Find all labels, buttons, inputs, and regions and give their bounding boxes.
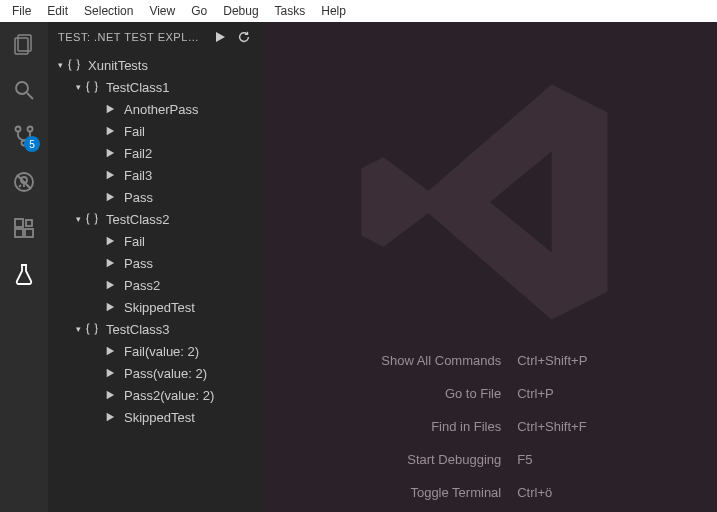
svg-line-12 [27,185,29,187]
svg-marker-23 [107,237,115,245]
tree-node-label: Fail(value: 2) [124,344,199,359]
namespace-icon [84,80,100,94]
svg-marker-20 [107,149,115,157]
tree-class[interactable]: ▾TestClass1 [48,76,263,98]
sidebar-header: TEST: .NET TEST EXPLO… [48,22,263,52]
tree-node-label: Fail2 [124,146,152,161]
extensions-icon[interactable] [10,214,38,242]
tree-test[interactable]: Pass2 [48,274,263,296]
scm-badge: 5 [24,136,40,152]
tree-test[interactable]: Fail [48,230,263,252]
svg-point-4 [16,127,21,132]
tree-test[interactable]: SkippedTest [48,406,263,428]
play-icon [102,148,118,158]
cmd-label: Find in Files [263,419,517,434]
vscode-watermark-icon [350,62,630,345]
tree-node-label: TestClass1 [106,80,170,95]
tree-test[interactable]: Pass [48,186,263,208]
cmd-key: F5 [517,452,717,467]
svg-line-3 [27,93,33,99]
menu-go[interactable]: Go [183,2,215,20]
source-control-icon[interactable]: 5 [10,122,38,150]
svg-point-5 [28,127,33,132]
svg-marker-30 [107,413,115,421]
tree-suite[interactable]: ▾XunitTests [48,54,263,76]
cmd-label: Go to File [263,386,517,401]
menubar: File Edit Selection View Go Debug Tasks … [0,0,717,22]
cmd-row: Go to File Ctrl+P [263,386,717,401]
svg-marker-28 [107,369,115,377]
tree-test[interactable]: SkippedTest [48,296,263,318]
tree-class[interactable]: ▾TestClass2 [48,208,263,230]
menu-help[interactable]: Help [313,2,354,20]
tree-node-label: Pass [124,256,153,271]
svg-marker-27 [107,347,115,355]
cmd-key: Ctrl+Shift+F [517,419,717,434]
tree-test[interactable]: AnotherPass [48,98,263,120]
editor-area: Show All Commands Ctrl+Shift+P Go to Fil… [263,22,717,512]
refresh-icon[interactable] [235,28,253,46]
main-area: 5 TEST: .NET TEST EXPLO… ▾XunitTests▾Tes… [0,22,717,512]
run-all-icon[interactable] [211,28,229,46]
test-explorer-icon[interactable] [10,260,38,288]
menu-view[interactable]: View [141,2,183,20]
tree-node-label: Pass2(value: 2) [124,388,214,403]
tree-test[interactable]: Pass [48,252,263,274]
tree-node-label: SkippedTest [124,410,195,425]
svg-marker-17 [216,32,225,42]
svg-marker-24 [107,259,115,267]
explorer-icon[interactable] [10,30,38,58]
play-icon [102,104,118,114]
cmd-row: Find in Files Ctrl+Shift+F [263,419,717,434]
tree-test[interactable]: Pass2(value: 2) [48,384,263,406]
activity-bar: 5 [0,22,48,512]
tree-test[interactable]: Fail3 [48,164,263,186]
svg-rect-16 [26,220,32,226]
tree-test[interactable]: Fail [48,120,263,142]
play-icon [102,302,118,312]
play-icon [102,192,118,202]
tree-test[interactable]: Fail2 [48,142,263,164]
svg-marker-26 [107,303,115,311]
tree-node-label: Fail3 [124,168,152,183]
play-icon [102,280,118,290]
tree-node-label: SkippedTest [124,300,195,315]
svg-marker-19 [107,127,115,135]
tree-class[interactable]: ▾TestClass3 [48,318,263,340]
chevron-down-icon: ▾ [72,82,84,92]
tree-test[interactable]: Pass(value: 2) [48,362,263,384]
tree-test[interactable]: Fail(value: 2) [48,340,263,362]
debug-icon[interactable] [10,168,38,196]
cmd-row: Toggle Terminal Ctrl+ö [263,485,717,500]
svg-marker-18 [107,105,115,113]
play-icon [102,126,118,136]
tree-node-label: Pass2 [124,278,160,293]
svg-rect-14 [15,229,23,237]
svg-rect-15 [25,229,33,237]
tree-node-label: TestClass2 [106,212,170,227]
menu-tasks[interactable]: Tasks [267,2,314,20]
svg-point-9 [21,177,27,183]
menu-edit[interactable]: Edit [39,2,76,20]
play-icon [102,170,118,180]
menu-file[interactable]: File [4,2,39,20]
sidebar: TEST: .NET TEST EXPLO… ▾XunitTests▾TestC… [48,22,263,512]
svg-line-11 [19,185,21,187]
namespace-icon [66,58,82,72]
welcome-commands: Show All Commands Ctrl+Shift+P Go to Fil… [263,353,717,500]
svg-rect-13 [15,219,23,227]
menu-selection[interactable]: Selection [76,2,141,20]
cmd-row: Show All Commands Ctrl+Shift+P [263,353,717,368]
cmd-row: Start Debugging F5 [263,452,717,467]
sidebar-title: TEST: .NET TEST EXPLO… [58,31,205,43]
tree-node-label: Fail [124,124,145,139]
play-icon [102,236,118,246]
svg-marker-29 [107,391,115,399]
tree-node-label: Fail [124,234,145,249]
namespace-icon [84,322,100,336]
play-icon [102,390,118,400]
cmd-key: Ctrl+P [517,386,717,401]
cmd-key: Ctrl+Shift+P [517,353,717,368]
search-icon[interactable] [10,76,38,104]
menu-debug[interactable]: Debug [215,2,266,20]
